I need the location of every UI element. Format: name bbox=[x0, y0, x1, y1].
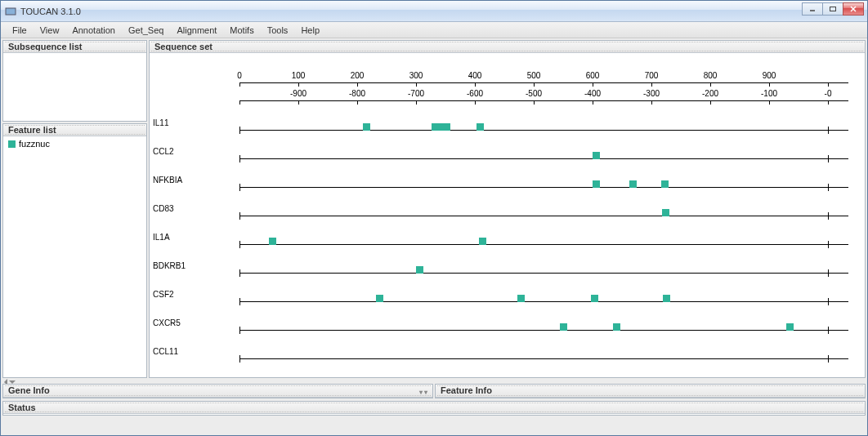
sequence-row[interactable]: CCL11 bbox=[150, 342, 865, 371]
feature-swatch-icon bbox=[8, 140, 16, 148]
sequence-row[interactable]: IL1A bbox=[150, 228, 865, 256]
feature-mark[interactable] bbox=[663, 295, 670, 302]
axis-tick-label: -800 bbox=[349, 89, 365, 98]
subsequence-list-panel: Subsequence list bbox=[2, 40, 147, 122]
axis-tick-label: 900 bbox=[763, 71, 776, 80]
axis-tick-label: 600 bbox=[586, 71, 600, 80]
sequence-label: BDKRB1 bbox=[150, 261, 227, 270]
menu-get-seq[interactable]: Get_Seq bbox=[122, 24, 170, 37]
feature-mark[interactable] bbox=[443, 123, 450, 131]
axis-tick-label: -400 bbox=[584, 89, 601, 98]
subsequence-list-body[interactable] bbox=[3, 53, 146, 121]
sequence-label: NFKBIA bbox=[150, 176, 227, 185]
feature-list-body[interactable]: fuzznuc bbox=[3, 136, 146, 377]
axis-top: 0100200300400500600700800900 bbox=[150, 71, 865, 89]
sequence-row[interactable]: BDKRB1 bbox=[150, 256, 865, 285]
menubar: File View Annotation Get_Seq Alignment M… bbox=[1, 22, 867, 38]
feature-mark[interactable] bbox=[629, 180, 637, 188]
feature-mark[interactable] bbox=[593, 152, 600, 159]
feature-mark[interactable] bbox=[363, 123, 370, 131]
svg-rect-0 bbox=[6, 8, 16, 15]
axis-tick-label: -0 bbox=[825, 89, 832, 98]
axis-tick-label: -700 bbox=[408, 89, 424, 98]
sequence-label: CD83 bbox=[150, 204, 227, 213]
sequence-label: IL11 bbox=[150, 118, 227, 127]
menu-view[interactable]: View bbox=[34, 24, 66, 37]
sequence-label: CSF2 bbox=[150, 290, 227, 299]
feature-info-panel: Feature Info bbox=[435, 384, 866, 398]
menu-motifs[interactable]: Motifs bbox=[223, 24, 260, 37]
maximize-button[interactable] bbox=[822, 2, 843, 16]
app-icon bbox=[4, 5, 17, 18]
axis-tick-label: -900 bbox=[290, 89, 306, 98]
axis-tick-label: 700 bbox=[645, 71, 659, 80]
feature-list-item-label: fuzznuc bbox=[19, 139, 50, 149]
axis-bottom: -900-800-700-600-500-400-300-200-100-0 bbox=[150, 89, 865, 107]
menu-alignment[interactable]: Alignment bbox=[170, 24, 223, 37]
axis-tick-label: 400 bbox=[468, 71, 482, 80]
close-button[interactable] bbox=[843, 2, 864, 16]
status-panel: Status bbox=[2, 401, 866, 416]
sequence-label: IL1A bbox=[150, 233, 227, 242]
menu-file[interactable]: File bbox=[6, 24, 34, 37]
main-area: Subsequence list Feature list fuzznuc Se… bbox=[1, 38, 867, 380]
feature-list-title: Feature list bbox=[3, 124, 146, 136]
axis-tick-label: 800 bbox=[704, 71, 718, 80]
feature-mark[interactable] bbox=[593, 180, 600, 188]
axis-tick-label: -600 bbox=[467, 89, 483, 98]
feature-mark[interactable] bbox=[591, 295, 598, 302]
feature-mark[interactable] bbox=[432, 123, 439, 131]
gene-info-panel: Gene Info ▾ ▾ bbox=[2, 384, 433, 398]
sequence-row[interactable]: CD83 bbox=[150, 199, 865, 228]
track-area: 0100200300400500600700800900-900-800-700… bbox=[150, 53, 865, 377]
sequence-row[interactable]: CXCR5 bbox=[150, 314, 865, 342]
axis-tick-label: 300 bbox=[409, 71, 423, 80]
feature-list-panel: Feature list fuzznuc bbox=[2, 123, 147, 378]
sequence-set-scroll[interactable]: 0100200300400500600700800900-900-800-700… bbox=[150, 53, 865, 377]
sequence-label: CXCR5 bbox=[150, 318, 227, 327]
minimize-button[interactable] bbox=[802, 2, 823, 16]
titlebar: TOUCAN 3.1.0 bbox=[1, 1, 867, 22]
axis-tick-label: -500 bbox=[526, 89, 542, 98]
axis-tick-label: -200 bbox=[702, 89, 718, 98]
svg-rect-2 bbox=[830, 7, 836, 11]
feature-mark[interactable] bbox=[661, 180, 669, 188]
sequence-label: CCL2 bbox=[150, 147, 227, 156]
axis-tick-label: 500 bbox=[527, 71, 541, 80]
sequence-set-title: Sequence set bbox=[150, 41, 865, 53]
window-controls bbox=[802, 2, 864, 16]
menu-annotation[interactable]: Annotation bbox=[65, 24, 122, 37]
feature-info-title: Feature Info bbox=[436, 385, 865, 398]
feature-mark[interactable] bbox=[613, 323, 620, 331]
subsequence-list-title: Subsequence list bbox=[3, 41, 146, 53]
menu-tools[interactable]: Tools bbox=[261, 24, 295, 37]
feature-mark[interactable] bbox=[560, 323, 567, 331]
grip-down-icon bbox=[9, 380, 16, 384]
sequence-row[interactable]: CCL2 bbox=[150, 142, 865, 171]
axis-tick-label: 100 bbox=[292, 71, 306, 80]
sequence-row[interactable]: IL11 bbox=[150, 113, 865, 142]
feature-mark[interactable] bbox=[416, 266, 423, 274]
feature-mark[interactable] bbox=[269, 238, 276, 245]
feature-mark[interactable] bbox=[479, 238, 486, 245]
sequence-row[interactable]: NFKBIA bbox=[150, 171, 865, 199]
info-row: Gene Info ▾ ▾ Feature Info bbox=[1, 384, 867, 398]
menu-help[interactable]: Help bbox=[294, 24, 326, 37]
axis-tick-label: 0 bbox=[237, 71, 242, 80]
gene-info-title: Gene Info ▾ ▾ bbox=[3, 385, 432, 398]
left-column: Subsequence list Feature list fuzznuc bbox=[2, 40, 147, 378]
sequence-label: CCL11 bbox=[150, 347, 227, 356]
feature-mark[interactable] bbox=[477, 123, 484, 131]
axis-tick-label: -300 bbox=[643, 89, 660, 98]
grip-icon[interactable]: ▾ ▾ bbox=[419, 387, 427, 398]
feature-mark[interactable] bbox=[517, 295, 525, 302]
status-row: Status bbox=[1, 401, 867, 417]
status-title: Status bbox=[3, 402, 865, 414]
feature-mark[interactable] bbox=[786, 323, 794, 331]
axis-tick-label: -100 bbox=[761, 89, 777, 98]
feature-mark[interactable] bbox=[376, 295, 383, 302]
feature-list-item[interactable]: fuzznuc bbox=[7, 138, 143, 149]
feature-mark[interactable] bbox=[662, 209, 669, 216]
sequence-row[interactable]: CSF2 bbox=[150, 285, 865, 314]
window-title: TOUCAN 3.1.0 bbox=[20, 7, 81, 16]
